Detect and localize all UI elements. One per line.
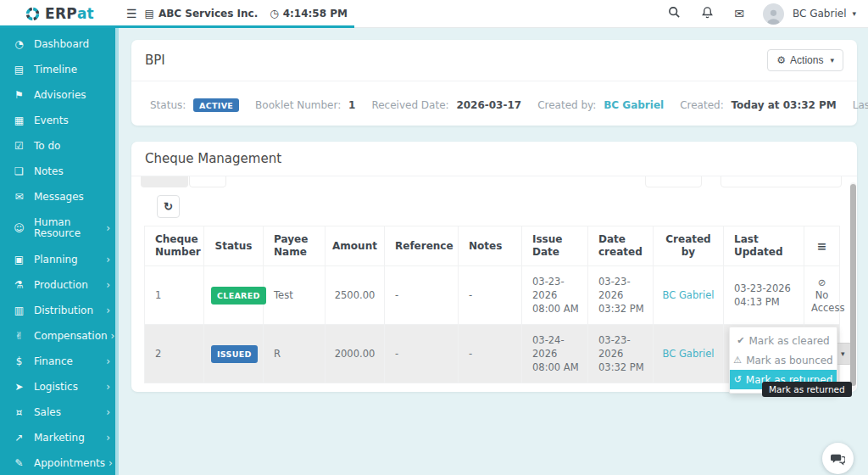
chevron-right-icon: › — [103, 381, 110, 393]
clipped-button[interactable] — [141, 176, 188, 187]
col-payee-name[interactable]: Payee Name — [264, 226, 326, 266]
sidebar-item-marketing[interactable]: ↗ Marketing › — [0, 425, 119, 450]
sidebar-item-appointments[interactable]: ✎ Appointments › — [0, 450, 119, 475]
logo-text: ERPat — [45, 5, 94, 22]
notifications-bell-icon[interactable] — [701, 6, 714, 21]
clipped-filter-input[interactable] — [645, 176, 702, 187]
created-by-link[interactable]: BC Gabriel — [604, 99, 664, 111]
col-issue-date[interactable]: Issue Date — [522, 226, 588, 266]
clipped-filter-input[interactable] — [721, 176, 842, 187]
search-icon[interactable] — [668, 6, 681, 21]
chat-button[interactable] — [822, 443, 854, 474]
sidebar-item-production[interactable]: ⚗ Production › — [0, 272, 119, 298]
bank-icon: ▥ — [12, 305, 26, 316]
issue-date-cell: 03-23-2026 08:00 AM — [522, 266, 588, 325]
page-title: BPI — [145, 53, 165, 68]
menu-item-mark-as-cleared[interactable]: ✔ Mark as cleared — [730, 331, 837, 350]
chevron-right-icon: › — [103, 406, 110, 418]
sidebar-item-logistics[interactable]: ➤ Logistics › — [0, 374, 119, 400]
status-cell: CLEARED — [204, 266, 264, 325]
sidebar-item-label: Distribution — [34, 305, 93, 316]
dashboard-icon: ◔ — [12, 38, 26, 50]
status-label: Status: — [150, 99, 186, 111]
sidebar-item-finance[interactable]: $ Finance › — [0, 349, 119, 374]
sidebar-item-planning[interactable]: ▣ Planning › — [0, 247, 119, 272]
table-scrollbar-thumb[interactable] — [850, 184, 856, 386]
col-cheque-number[interactable]: Cheque Number — [145, 226, 204, 266]
clipped-button[interactable] — [189, 176, 226, 187]
logo-icon — [25, 6, 41, 22]
sidebar-item-label: Advisories — [34, 90, 86, 101]
cheque-card-header: Cheque Management — [131, 142, 857, 176]
bpi-card: BPI ⚙ Actions ▾ Status: ACTIVE Booklet N… — [131, 40, 857, 126]
status-badge: ISSUED — [211, 345, 258, 363]
received-date-field: Received Date: 2026-03-17 — [371, 99, 521, 111]
date-created-cell: 03-23-2026 03:32 PM — [588, 266, 654, 325]
sidebar-item-label: Messages — [34, 192, 84, 203]
sidebar-item-label: Timeline — [34, 64, 77, 75]
table-scrollbar-track[interactable] — [850, 182, 856, 390]
sidebar-item-human-resource[interactable]: ☺ Human Resource › — [0, 210, 119, 247]
created-by-field: Created by: BC Gabriel — [537, 99, 664, 111]
reference-cell: - — [385, 325, 459, 383]
created-field: Created: Today at 03:32 PM — [680, 99, 837, 111]
time-label: 4:14:58 PM — [283, 8, 348, 20]
chat-bubbles-icon — [831, 451, 845, 466]
sidebar-item-messages[interactable]: ✉ Messages — [0, 184, 119, 210]
avatar[interactable] — [763, 3, 784, 25]
col-reference[interactable]: Reference — [385, 226, 459, 266]
chevron-right-icon: › — [103, 279, 110, 291]
app-logo[interactable]: ERPat — [0, 0, 119, 27]
sidebar-item-distribution[interactable]: ▥ Distribution › — [0, 298, 119, 323]
col-date-created[interactable]: Date created — [588, 226, 654, 266]
created-by-cell: BC Gabriel — [654, 266, 724, 325]
menu-item-mark-as-bounced[interactable]: ⚠ Mark as bounced — [730, 350, 837, 370]
col-row-menu-icon[interactable]: ≡ — [804, 226, 840, 266]
last-updated-label: Last Updated: — [853, 99, 868, 111]
table-row: 1 CLEARED Test 2500.00 - - 03-23-2026 08… — [145, 266, 840, 325]
sidebar-item-compensation[interactable]: ✌ Compensation › — [0, 323, 119, 349]
sidebar-item-notes[interactable]: ❏ Notes — [0, 159, 119, 184]
ban-icon: ⊘ — [818, 277, 826, 288]
chevron-right-icon: › — [105, 457, 113, 469]
sidebar-item-todo[interactable]: ☑ To do — [0, 133, 119, 159]
timeline-icon: ▤ — [12, 64, 26, 75]
col-created-by[interactable]: Created by — [654, 226, 724, 266]
date-created-cell: 03-23-2026 03:32 PM — [588, 325, 654, 383]
building-icon: ▤ — [145, 8, 154, 20]
sidebar-item-label: Marketing — [34, 433, 85, 444]
menu-item-label: Mark as cleared — [749, 335, 830, 347]
menu-item-label: Mark as bounced — [746, 355, 833, 366]
col-last-updated[interactable]: Last Updated — [724, 226, 804, 266]
mail-icon[interactable]: ✉ — [734, 7, 744, 20]
sidebar-item-label: Sales — [34, 407, 61, 418]
col-status[interactable]: Status — [204, 226, 264, 266]
sidebar-item-timeline[interactable]: ▤ Timeline — [0, 57, 119, 82]
created-by-link[interactable]: BC Gabriel — [663, 289, 715, 301]
envelope-icon: ✉ — [12, 191, 26, 203]
sidebar-item-label: Production — [34, 280, 88, 291]
col-notes[interactable]: Notes — [459, 226, 522, 266]
sidebar-item-sales[interactable]: ¤ Sales › — [0, 400, 119, 425]
sidebar-item-dashboard[interactable]: ◔ Dashboard — [0, 31, 119, 57]
issue-date-cell: 03-24-2026 08:00 AM — [522, 325, 588, 383]
app-screen: ERPat ☰ ▤ ABC Services Inc. ◷ 4:14:58 PM — [0, 0, 868, 475]
sidebar-toggle-icon[interactable]: ☰ — [126, 7, 137, 20]
sidebar-item-events[interactable]: ▦ Events — [0, 108, 119, 133]
table-header-row: Cheque Number Status Payee Name Amount R… — [145, 226, 840, 266]
user-menu[interactable]: BC Gabriel — [793, 8, 846, 20]
bpi-card-header: BPI ⚙ Actions ▾ — [131, 40, 857, 81]
tooltip: Mark as returned — [762, 382, 852, 397]
payee-cell: Test — [264, 266, 326, 325]
actions-button[interactable]: ⚙ Actions ▾ — [767, 49, 843, 71]
check-square-icon: ☑ — [12, 140, 26, 152]
created-by-link[interactable]: BC Gabriel — [663, 348, 715, 360]
refresh-button[interactable]: ↻ — [157, 195, 180, 218]
sidebar-item-label: Logistics — [34, 382, 78, 393]
sidebar-scrollbar[interactable] — [115, 28, 119, 475]
booklet-number-field: Booklet Number: 1 — [255, 99, 355, 111]
sidebar-item-advisories[interactable]: ⚑ Advisories — [0, 82, 119, 108]
company-name: ▤ ABC Services Inc. — [145, 8, 259, 20]
status-cell: ISSUED — [204, 325, 264, 383]
col-amount[interactable]: Amount — [326, 226, 385, 266]
